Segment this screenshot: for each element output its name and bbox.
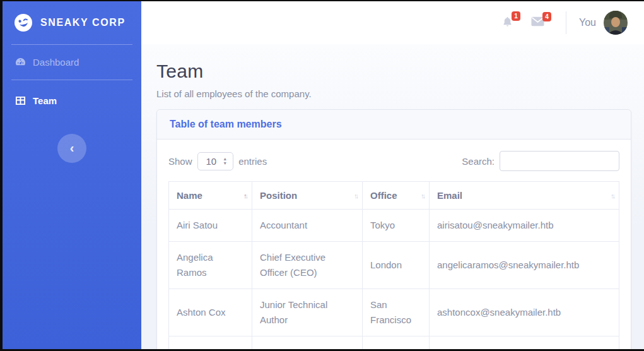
sidebar-item-team[interactable]: Team [3,80,141,121]
tachometer-icon [15,57,26,68]
user-avatar[interactable] [604,11,628,35]
cell-office: Tokyo [363,210,430,242]
column-header-office[interactable]: Office ↑↓ [363,182,430,210]
brand-name: SNEAKY CORP [40,17,126,28]
cell-email: ashtoncox@sneakymailer.htb [430,289,619,336]
select-stepper-icon: ▲ ▼ [223,157,227,166]
team-card: Table of team members Show 10 ▲ ▼ [156,109,631,349]
cell-office: San Francisco [363,289,430,336]
page-length-control: Show 10 ▲ ▼ entries [168,152,267,170]
entries-label: entries [238,156,267,167]
page-subtitle: List of all employees of the company. [156,88,631,99]
main-area: 1 4 You [141,1,644,349]
notification-count-badge: 1 [512,11,520,21]
messages-button[interactable]: 4 [531,16,544,29]
cell-email [430,336,619,350]
cell-email: airisatou@sneakymailer.htb [430,210,619,242]
column-header-email[interactable]: Email ↑↓ [430,182,619,210]
column-label: Name [177,190,202,201]
sidebar-item-label: Dashboard [33,57,79,68]
sort-icon: ↑↓ [354,192,357,199]
table-icon [15,95,26,106]
sidebar-collapse-button[interactable]: ‹ [57,134,86,163]
sidebar: SNEAKY CORP Dashboard Team ‹ [3,1,141,349]
cell-name: Ashton Cox [169,289,252,336]
cell-name [169,336,252,350]
column-label: Position [260,190,297,201]
message-count-badge: 4 [542,12,551,21]
user-label: You [579,17,596,28]
topbar-divider [566,11,566,34]
search-input[interactable] [500,151,619,171]
column-header-position[interactable]: Position ↑↓ [252,182,363,210]
cell-position: Chief Executive Officer (CEO) [252,242,363,289]
chevron-left-icon: ‹ [70,141,74,154]
cell-position: Junior Technical Author [252,289,363,336]
card-body: Show 10 ▲ ▼ entries Search: [157,140,631,349]
table-row: Airi Satou Accountant Tokyo airisatou@sn… [169,210,619,242]
table-row-partial [169,336,619,350]
page-title: Team [156,61,631,82]
content: Team List of all employees of the compan… [141,44,644,349]
cell-office [363,336,430,350]
page-size-value: 10 [206,156,217,167]
table-controls: Show 10 ▲ ▼ entries Search: [168,151,619,171]
sort-icon: ↑↓ [611,192,614,199]
show-label: Show [168,156,192,167]
column-label: Email [437,190,462,201]
search-control: Search: [462,151,619,171]
cell-name: Airi Satou [169,210,252,242]
team-table: Name ↑↓ Position ↑↓ Office ↑↓ [168,181,619,349]
cell-email: angelicaramos@sneakymailer.htb [430,242,619,289]
wink-smiley-logo-icon [14,13,33,32]
table-header-row: Name ↑↓ Position ↑↓ Office ↑↓ [169,182,619,210]
column-label: Office [370,190,397,201]
sidebar-item-dashboard[interactable]: Dashboard [3,45,141,80]
table-row: Ashton Cox Junior Technical Author San F… [169,289,619,336]
sidebar-item-label: Team [33,95,57,106]
sort-icon: ↑↓ [421,192,424,199]
topbar: 1 4 You [141,1,644,44]
sort-icon: ↑↓ [243,192,247,199]
cell-position [252,336,363,350]
search-label: Search: [462,156,495,167]
cell-office: London [363,242,430,289]
cell-position: Accountant [252,210,363,242]
app-window: SNEAKY CORP Dashboard Team ‹ [3,1,644,349]
card-header: Table of team members [157,110,631,140]
page-size-select[interactable]: 10 ▲ ▼ [197,152,234,170]
table-row: Angelica Ramos Chief Executive Officer (… [169,242,619,289]
sidebar-collapse-area: ‹ [3,134,141,163]
brand[interactable]: SNEAKY CORP [3,1,141,44]
cell-name: Angelica Ramos [169,242,252,289]
column-header-name[interactable]: Name ↑↓ [169,182,252,210]
notifications-button[interactable]: 1 [501,16,513,30]
